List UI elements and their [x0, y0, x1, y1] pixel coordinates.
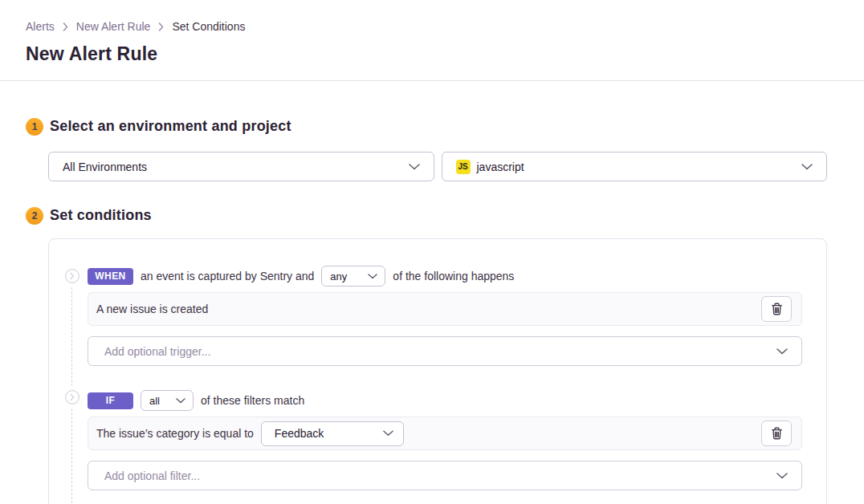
- add-optional-trigger-select[interactable]: Add optional trigger...: [88, 336, 802, 366]
- circle-chevron-icon: [65, 390, 79, 404]
- conditions-card: WHEN an event is captured by Sentry and …: [48, 238, 827, 504]
- step2-title: Set conditions: [50, 207, 152, 224]
- when-text-after: of the following happens: [393, 270, 514, 282]
- chevron-right-icon: [63, 22, 68, 31]
- trash-icon: [771, 427, 783, 440]
- when-section: WHEN an event is captured by Sentry and …: [88, 266, 802, 366]
- if-match-select[interactable]: all: [141, 390, 194, 411]
- when-match-select[interactable]: any: [321, 266, 385, 287]
- trash-icon: [771, 303, 783, 315]
- when-badge: WHEN: [88, 268, 133, 285]
- chevron-down-icon: [368, 274, 377, 279]
- when-header: WHEN an event is captured by Sentry and …: [88, 266, 802, 287]
- add-optional-filter-select[interactable]: Add optional filter...: [88, 461, 802, 490]
- breadcrumb-set-conditions: Set Conditions: [172, 20, 245, 33]
- chevron-down-icon: [776, 348, 788, 355]
- chevron-down-icon: [801, 164, 813, 170]
- connector-dotted-line: [71, 287, 72, 386]
- filter-row: The issue’s category is equal to Feedbac…: [88, 417, 802, 450]
- chevron-down-icon: [409, 164, 420, 170]
- breadcrumb-alerts[interactable]: Alerts: [26, 20, 55, 33]
- javascript-platform-icon: JS: [456, 160, 471, 174]
- environment-select[interactable]: All Environments: [48, 152, 434, 181]
- environment-project-row: All Environments JS javascript: [48, 152, 827, 181]
- conditions-card-inner: WHEN an event is captured by Sentry and …: [49, 239, 826, 490]
- chevron-down-icon: [176, 398, 185, 404]
- delete-filter-button[interactable]: [761, 421, 792, 446]
- chevron-down-icon: [776, 473, 788, 479]
- trigger-row-label: A new issue is created: [96, 303, 208, 315]
- trigger-row: A new issue is created: [88, 292, 802, 326]
- project-select-label: JS javascript: [456, 160, 524, 174]
- add-optional-trigger-placeholder: Add optional trigger...: [104, 345, 210, 358]
- environment-select-value: All Environments: [63, 161, 147, 173]
- breadcrumb-new-alert-rule[interactable]: New Alert Rule: [76, 20, 151, 33]
- add-optional-filter-placeholder: Add optional filter...: [104, 469, 200, 482]
- filter-category-select-value: Feedback: [275, 427, 324, 440]
- if-badge: IF: [88, 392, 133, 409]
- circle-chevron-icon: [65, 269, 79, 283]
- step1-heading: 1 Select an environment and project: [26, 96, 838, 136]
- page-header: Alerts New Alert Rule Set Conditions New…: [0, 0, 864, 81]
- chevron-down-icon: [383, 430, 393, 437]
- if-section: IF all of these filters match The issue’…: [88, 390, 802, 490]
- trigger-row-label-wrap: A new issue is created: [96, 303, 208, 315]
- filter-category-select[interactable]: Feedback: [261, 421, 404, 446]
- step2-heading: 2 Set conditions: [26, 205, 838, 226]
- chevron-right-icon: [158, 22, 164, 31]
- page-title: New Alert Rule: [26, 43, 838, 65]
- when-match-select-value: any: [330, 270, 347, 282]
- step1-number-badge: 1: [26, 118, 43, 136]
- step1-title: Select an environment and project: [50, 118, 291, 135]
- main-content: 1 Select an environment and project All …: [0, 96, 864, 504]
- if-text-after: of these filters match: [201, 394, 304, 407]
- project-select[interactable]: JS javascript: [442, 152, 828, 181]
- when-text-before: an event is captured by Sentry and: [141, 270, 314, 282]
- if-header: IF all of these filters match: [88, 390, 802, 411]
- if-match-select-value: all: [149, 395, 160, 407]
- project-select-value: javascript: [477, 161, 524, 173]
- filter-row-label: The issue’s category is equal to: [96, 427, 254, 440]
- step2-number-badge: 2: [26, 207, 43, 225]
- connector-dotted-line: [71, 408, 72, 503]
- breadcrumb: Alerts New Alert Rule Set Conditions: [26, 20, 838, 33]
- filter-row-label-wrap: The issue’s category is equal to Feedbac…: [96, 421, 404, 446]
- delete-trigger-button[interactable]: [761, 296, 792, 322]
